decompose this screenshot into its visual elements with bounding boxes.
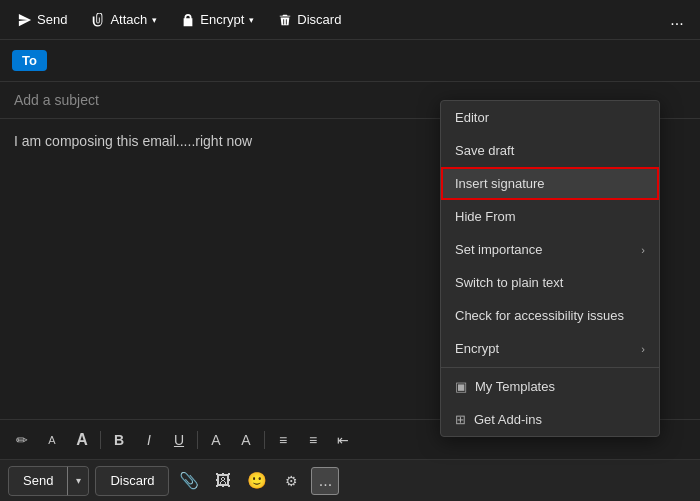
send-icon bbox=[18, 13, 32, 27]
get-add-ins-icon: ⊞ bbox=[455, 412, 466, 427]
send-button[interactable]: Send bbox=[8, 7, 77, 32]
menu-item-encrypt[interactable]: Encrypt › bbox=[441, 332, 659, 365]
format-indent-button[interactable]: ⇤ bbox=[329, 426, 357, 454]
highlight-icon: A bbox=[241, 432, 250, 448]
send-main-button[interactable]: Send ▾ bbox=[8, 466, 89, 496]
send-dropdown-arrow[interactable]: ▾ bbox=[67, 466, 89, 496]
attach-chevron: ▾ bbox=[152, 15, 157, 25]
settings-action-icon: ⚙ bbox=[285, 473, 298, 489]
my-templates-icon: ▣ bbox=[455, 379, 467, 394]
body-text: I am composing this email.....right now bbox=[14, 133, 252, 149]
attach-action-button[interactable]: 📎 bbox=[175, 467, 203, 495]
send-arrow-icon: ▾ bbox=[76, 475, 81, 486]
fmt-sep-2 bbox=[197, 431, 198, 449]
format-underline-button[interactable]: U bbox=[165, 426, 193, 454]
subject-placeholder: Add a subject bbox=[14, 92, 99, 108]
menu-item-get-add-ins[interactable]: ⊞ Get Add-ins bbox=[441, 403, 659, 436]
menu-item-check-accessibility[interactable]: Check for accessibility issues bbox=[441, 299, 659, 332]
discard-icon bbox=[278, 13, 292, 27]
menu-item-insert-signature[interactable]: Insert signature bbox=[441, 167, 659, 200]
to-row: To bbox=[0, 40, 700, 82]
fmt-sep-1 bbox=[100, 431, 101, 449]
menu-item-save-draft[interactable]: Save draft bbox=[441, 134, 659, 167]
context-menu: Editor Save draft Insert signature Hide … bbox=[440, 100, 660, 437]
emoji-action-button[interactable]: 🙂 bbox=[243, 467, 271, 495]
menu-get-add-ins-label: Get Add-ins bbox=[474, 412, 542, 427]
format-pen-button[interactable]: ✏ bbox=[8, 426, 36, 454]
numbered-list-icon: ≡ bbox=[309, 432, 317, 448]
attach-label: Attach bbox=[110, 12, 147, 27]
encrypt-button[interactable]: Encrypt ▾ bbox=[171, 7, 264, 32]
encrypt-label: Encrypt bbox=[200, 12, 244, 27]
menu-editor-label: Editor bbox=[455, 110, 489, 125]
image-action-icon: 🖼 bbox=[215, 472, 231, 490]
menu-set-importance-label: Set importance bbox=[455, 242, 542, 257]
menu-check-accessibility-label: Check for accessibility issues bbox=[455, 308, 624, 323]
indent-icon: ⇤ bbox=[337, 432, 349, 448]
pen-icon: ✏ bbox=[16, 432, 28, 448]
menu-item-my-templates[interactable]: ▣ My Templates bbox=[441, 370, 659, 403]
format-font-small-button[interactable]: A bbox=[38, 426, 66, 454]
settings-action-button[interactable]: ⚙ bbox=[277, 467, 305, 495]
encrypt-chevron: ▾ bbox=[249, 15, 254, 25]
underline-icon: U bbox=[174, 432, 184, 448]
font-color-icon: A bbox=[211, 432, 220, 448]
discard-action-label: Discard bbox=[110, 473, 154, 488]
to-badge[interactable]: To bbox=[12, 50, 47, 71]
fmt-sep-3 bbox=[264, 431, 265, 449]
set-importance-chevron: › bbox=[641, 244, 645, 256]
encrypt-menu-chevron: › bbox=[641, 343, 645, 355]
attach-action-icon: 📎 bbox=[179, 471, 199, 490]
font-small-icon: A bbox=[48, 434, 55, 446]
format-font-large-button[interactable]: A bbox=[68, 426, 96, 454]
menu-hide-from-label: Hide From bbox=[455, 209, 516, 224]
discard-label: Discard bbox=[297, 12, 341, 27]
action-bar: Send ▾ Discard 📎 🖼 🙂 ⚙ ... bbox=[0, 459, 700, 501]
discard-action-button[interactable]: Discard bbox=[95, 466, 169, 496]
format-numbered-list-button[interactable]: ≡ bbox=[299, 426, 327, 454]
attach-icon bbox=[91, 13, 105, 27]
more-options-button[interactable]: ... bbox=[662, 5, 692, 35]
menu-item-switch-plain-text[interactable]: Switch to plain text bbox=[441, 266, 659, 299]
menu-item-hide-from[interactable]: Hide From bbox=[441, 200, 659, 233]
send-main-label[interactable]: Send bbox=[8, 466, 67, 496]
more-action-button[interactable]: ... bbox=[311, 467, 339, 495]
menu-switch-plain-text-label: Switch to plain text bbox=[455, 275, 563, 290]
encrypt-icon bbox=[181, 13, 195, 27]
format-highlight-button[interactable]: A bbox=[232, 426, 260, 454]
menu-item-editor[interactable]: Editor bbox=[441, 101, 659, 134]
menu-my-templates-label: My Templates bbox=[475, 379, 555, 394]
format-bold-button[interactable]: B bbox=[105, 426, 133, 454]
more-dots: ... bbox=[670, 11, 683, 29]
compose-toolbar: Send Attach ▾ Encrypt ▾ Discard ... bbox=[0, 0, 700, 40]
discard-button[interactable]: Discard bbox=[268, 7, 351, 32]
menu-divider bbox=[441, 367, 659, 368]
more-action-dots: ... bbox=[319, 472, 332, 490]
attach-button[interactable]: Attach ▾ bbox=[81, 7, 167, 32]
format-italic-button[interactable]: I bbox=[135, 426, 163, 454]
format-list-button[interactable]: ≡ bbox=[269, 426, 297, 454]
menu-save-draft-label: Save draft bbox=[455, 143, 514, 158]
send-label: Send bbox=[37, 12, 67, 27]
image-action-button[interactable]: 🖼 bbox=[209, 467, 237, 495]
menu-insert-signature-label: Insert signature bbox=[455, 176, 545, 191]
format-font-color-button[interactable]: A bbox=[202, 426, 230, 454]
emoji-action-icon: 🙂 bbox=[247, 471, 267, 490]
bold-icon: B bbox=[114, 432, 124, 448]
italic-icon: I bbox=[147, 432, 151, 448]
font-large-icon: A bbox=[76, 431, 88, 449]
list-icon: ≡ bbox=[279, 432, 287, 448]
menu-item-set-importance[interactable]: Set importance › bbox=[441, 233, 659, 266]
menu-encrypt-label: Encrypt bbox=[455, 341, 499, 356]
